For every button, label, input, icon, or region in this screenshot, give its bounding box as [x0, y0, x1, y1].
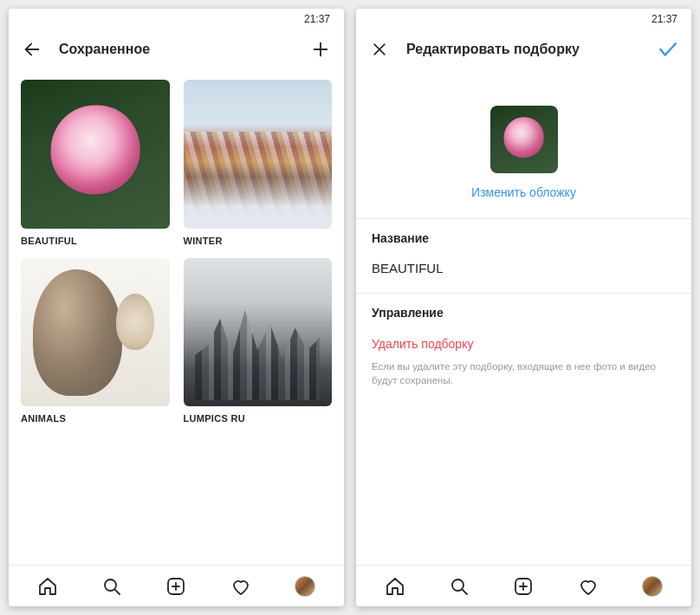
manage-label: Управление [372, 306, 676, 320]
add-collection-button[interactable] [309, 38, 332, 61]
plus-square-icon [513, 576, 534, 597]
collection-thumbnail [21, 258, 170, 407]
collection-item[interactable]: LUMPICS RU [184, 258, 333, 424]
close-icon [371, 41, 388, 58]
name-section: Название BEAUTIFUL [356, 218, 691, 293]
screen-saved: 21:37 Сохраненное BEAUTIFUL WINTER ANIMA… [9, 9, 344, 606]
collection-item[interactable]: BEAUTIFUL [21, 80, 170, 246]
plus-icon [311, 40, 330, 59]
delete-collection-button[interactable]: Удалить подборку [372, 337, 676, 359]
collections-grid: BEAUTIFUL WINTER ANIMALS LUMPICS RU [9, 69, 344, 434]
checkmark-icon [657, 38, 679, 61]
collection-label: LUMPICS RU [184, 413, 333, 424]
page-title: Редактировать подборку [406, 42, 641, 57]
status-time: 21:37 [651, 13, 677, 25]
close-button[interactable] [368, 38, 391, 61]
nav-new-post[interactable] [511, 574, 535, 599]
status-bar: 21:37 [9, 9, 344, 29]
collection-thumbnail [184, 80, 333, 229]
search-icon [101, 576, 122, 597]
collection-label: ANIMALS [21, 413, 170, 424]
home-icon [37, 576, 58, 597]
header-saved: Сохраненное [9, 29, 344, 69]
svg-line-4 [114, 589, 120, 594]
collection-thumbnail [184, 258, 333, 407]
collection-item[interactable]: ANIMALS [21, 258, 170, 424]
nav-search[interactable] [447, 574, 471, 599]
collection-label: BEAUTIFUL [21, 236, 170, 246]
arrow-left-icon [23, 40, 42, 59]
screen-edit-collection: 21:37 Редактировать подборку Изменить об… [356, 9, 691, 606]
nav-new-post[interactable] [164, 574, 188, 599]
search-icon [449, 576, 470, 597]
heart-icon [230, 576, 251, 597]
back-button[interactable] [21, 38, 43, 61]
confirm-button[interactable] [657, 38, 679, 61]
collection-label: WINTER [184, 236, 333, 246]
collection-item[interactable]: WINTER [184, 80, 333, 246]
cover-section: Изменить обложку [356, 69, 691, 218]
nav-profile[interactable] [640, 574, 664, 599]
nav-search[interactable] [100, 574, 124, 599]
change-cover-link[interactable]: Изменить обложку [471, 185, 576, 199]
svg-line-11 [462, 589, 467, 594]
home-icon [385, 576, 405, 597]
nav-activity[interactable] [229, 574, 253, 599]
nav-home[interactable] [383, 574, 407, 599]
plus-square-icon [165, 576, 186, 597]
bottom-nav [9, 565, 344, 606]
nav-profile[interactable] [293, 574, 317, 599]
nav-home[interactable] [36, 574, 60, 599]
collection-thumbnail [21, 80, 170, 229]
bottom-nav [356, 565, 691, 606]
heart-icon [578, 576, 599, 597]
nav-activity[interactable] [576, 574, 600, 599]
header-edit: Редактировать подборку [356, 29, 691, 69]
avatar-icon [295, 576, 315, 597]
avatar-icon [642, 576, 663, 597]
page-title: Сохраненное [59, 42, 294, 57]
manage-section: Управление Удалить подборку Если вы удал… [356, 293, 691, 401]
name-input[interactable]: BEAUTIFUL [372, 261, 676, 288]
delete-hint: Если вы удалите эту подборку, входящие в… [372, 359, 676, 387]
cover-image[interactable] [490, 106, 558, 173]
status-bar: 21:37 [356, 9, 691, 29]
status-time: 21:37 [304, 13, 330, 25]
name-label: Название [372, 231, 676, 245]
